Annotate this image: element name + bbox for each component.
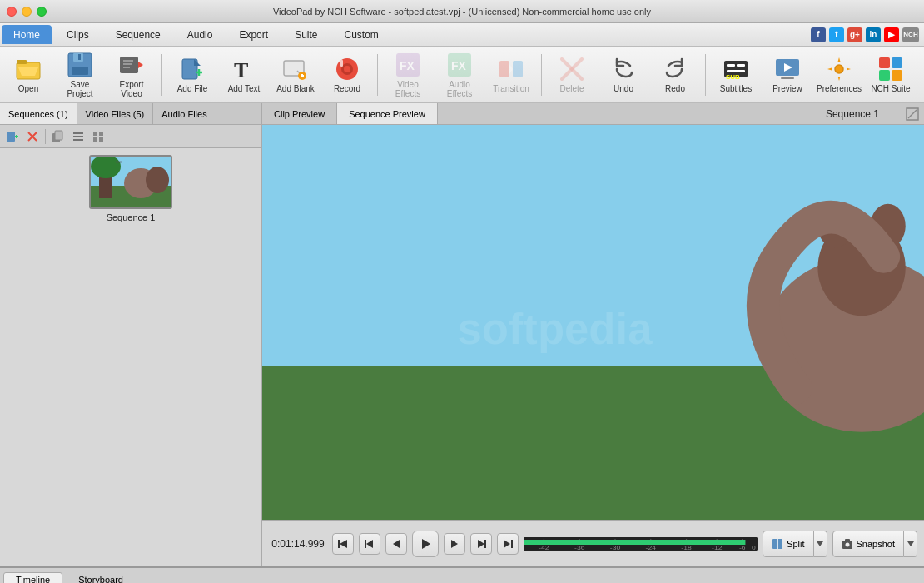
add-file-button[interactable]: Add File: [167, 50, 217, 100]
step-forward-button[interactable]: [470, 533, 492, 555]
svg-marker-113: [817, 541, 823, 546]
video-preview: softpedia: [262, 125, 924, 520]
add-text-label: Add Text: [228, 84, 261, 93]
panel-area: Sequences (1) Video Files (5) Audio File…: [0, 103, 924, 566]
split-dropdown-button[interactable]: [814, 531, 827, 557]
transition-button[interactable]: Transition: [486, 50, 536, 100]
frame-forward-button[interactable]: [444, 533, 465, 555]
traffic-lights: [7, 7, 47, 17]
twitter-icon[interactable]: t: [829, 27, 844, 42]
undo-button[interactable]: Undo: [599, 50, 648, 100]
svg-marker-84: [340, 540, 347, 548]
subtitles-button[interactable]: SUB Subtitles: [711, 50, 761, 100]
svg-text:0: 0: [752, 544, 756, 550]
preferences-button[interactable]: Preferences: [814, 50, 864, 100]
svg-rect-43: [879, 57, 890, 68]
skip-to-end-button[interactable]: [497, 533, 519, 555]
duplicate-btn[interactable]: [49, 127, 67, 146]
svg-text:-36: -36: [574, 544, 584, 550]
split-button[interactable]: Split: [763, 531, 813, 557]
tab-clip-preview[interactable]: Clip Preview: [262, 103, 337, 124]
svg-marker-89: [451, 540, 458, 548]
sequence-name: Sequence 1: [107, 212, 156, 222]
tab-timeline[interactable]: Timeline: [3, 572, 62, 584]
add-file-label: Add File: [177, 84, 208, 93]
menu-sequence[interactable]: Sequence: [104, 25, 172, 44]
svg-rect-53: [55, 131, 62, 140]
svg-point-66: [146, 167, 169, 193]
svg-marker-90: [478, 540, 484, 548]
svg-text:-24: -24: [646, 544, 657, 550]
menu-clips[interactable]: Clips: [55, 25, 101, 44]
menu-home[interactable]: Home: [2, 25, 52, 44]
svg-rect-4: [72, 67, 88, 75]
sequence-item[interactable]: Sequence 1: [89, 155, 172, 222]
svg-text:-18: -18: [681, 544, 691, 550]
svg-rect-47: [7, 132, 15, 142]
separator-4: [705, 54, 706, 96]
record-button[interactable]: Record: [322, 50, 372, 100]
svg-rect-29: [499, 61, 509, 77]
add-blank-button[interactable]: Add Blank: [271, 50, 320, 100]
export-video-button[interactable]: Export Video: [107, 50, 156, 100]
playback-controls: 0:01:14.999: [262, 520, 924, 566]
tab-audio-files[interactable]: Audio Files: [153, 103, 216, 124]
linkedin-icon[interactable]: in: [866, 27, 881, 42]
menu-suite[interactable]: Suite: [283, 25, 329, 44]
tab-sequences[interactable]: Sequences (1): [0, 103, 77, 124]
timeline-tabs: Timeline Storyboard: [0, 568, 924, 583]
facebook-icon[interactable]: f: [811, 27, 826, 42]
tab-storyboard[interactable]: Storyboard: [66, 572, 136, 584]
snapshot-dropdown-button[interactable]: [904, 531, 917, 557]
social-links: f t g+ in ▶ NCH: [811, 23, 924, 46]
play-button[interactable]: [412, 531, 439, 557]
frame-back-button[interactable]: [385, 533, 407, 555]
snapshot-button[interactable]: Snapshot: [832, 531, 904, 557]
close-button[interactable]: [7, 7, 17, 17]
tab-video-files[interactable]: Video Files (5): [77, 103, 154, 124]
nch-icon[interactable]: NCH: [902, 27, 919, 42]
sequences-list: Sequence 1: [0, 148, 261, 566]
preview-sequence-title: Sequence 1: [826, 108, 879, 120]
svg-rect-34: [727, 64, 735, 67]
svg-rect-60: [99, 137, 103, 142]
minimize-button[interactable]: [22, 7, 32, 17]
menu-custom[interactable]: Custom: [332, 25, 390, 44]
tab-sequence-preview[interactable]: Sequence Preview: [337, 103, 438, 124]
window-title: VideoPad by NCH Software - softpediatest…: [273, 7, 651, 17]
undo-label: Undo: [614, 84, 633, 93]
toolbar: Open Save Project Export Video: [0, 47, 924, 103]
menubar: Home Clips Sequence Audio Export Suite C…: [0, 23, 924, 47]
timecode-display: 0:01:14.999: [269, 538, 327, 550]
svg-point-64: [91, 155, 121, 178]
save-project-button[interactable]: Save Project: [55, 50, 105, 100]
delete-sequence-btn[interactable]: [23, 127, 42, 146]
svg-rect-30: [513, 61, 523, 77]
list-view-btn[interactable]: [69, 127, 87, 146]
youtube-icon[interactable]: ▶: [884, 27, 899, 42]
skip-to-start-button[interactable]: [332, 533, 354, 555]
new-sequence-btn[interactable]: [3, 127, 22, 146]
add-text-button[interactable]: T Add Text: [219, 50, 269, 100]
menu-audio[interactable]: Audio: [176, 25, 225, 44]
delete-button[interactable]: Delete: [547, 50, 597, 100]
svg-rect-58: [99, 132, 103, 136]
redo-button[interactable]: Redo: [650, 50, 700, 100]
video-effects-button[interactable]: FX Video Effects: [383, 50, 433, 100]
audio-effects-button[interactable]: FX Audio Effects: [435, 50, 484, 100]
step-back-button[interactable]: [359, 533, 380, 555]
separator-3: [541, 54, 542, 96]
svg-rect-59: [93, 137, 97, 142]
googleplus-icon[interactable]: g+: [847, 27, 862, 42]
preview-button[interactable]: Preview: [763, 50, 812, 100]
compact-view-btn[interactable]: [89, 127, 107, 146]
svg-point-23: [344, 66, 350, 72]
svg-text:-30: -30: [610, 544, 621, 550]
svg-marker-117: [907, 541, 914, 546]
open-button[interactable]: Open: [3, 50, 53, 100]
svg-text:-6: -6: [739, 544, 746, 550]
menu-export[interactable]: Export: [227, 25, 280, 44]
maximize-button[interactable]: [37, 7, 47, 17]
expand-preview-button[interactable]: [904, 106, 921, 122]
nch-suite-button[interactable]: NCH Suite: [866, 50, 916, 100]
